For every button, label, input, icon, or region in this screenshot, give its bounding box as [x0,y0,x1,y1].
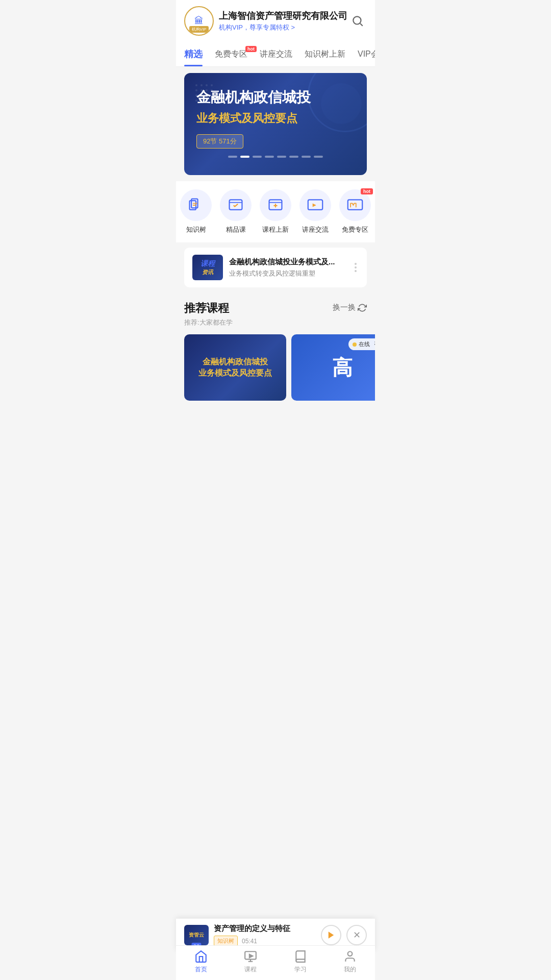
banner-wrapper: 金融机构政信城投 业务模式及风控要点 92节 571分 [176,67,375,181]
vip-badge: 机构VIP [189,26,209,33]
company-info: 上海智信资产管理研究有限公司 机构VIP，尊享专属特权 > [219,10,347,32]
banner-badge: 92节 571分 [196,134,243,149]
hot-badge-free: hot [245,46,257,52]
banner[interactable]: 金融机构政信城投 业务模式及风控要点 92节 571分 [184,73,367,175]
svg-line-1 [360,23,363,26]
course-cards: 金融机构政信城投业务模式及风控要点 高 在线咨询 [176,329,375,406]
vip-text[interactable]: 机构VIP，尊享专属特权 > [219,23,347,32]
lecture-label: 讲座交流 [302,225,329,234]
svg-rect-19 [230,200,242,210]
course-logo-line2: 资讯 [202,268,213,276]
course-logo: 课程 资讯 [192,255,223,280]
tab-vip[interactable]: VIP会 [358,43,375,66]
free-icon-circle: hot [339,189,371,221]
course-thumb-1: 金融机构政信城投业务模式及风控要点 [184,334,286,401]
course-info-text: 金融机构政信城投业务模式及... 业务模式转变及风控逻辑重塑 [229,257,346,278]
course-logo-line1: 课程 [201,259,215,268]
company-name: 上海智信资产管理研究有限公司 [219,10,347,22]
premium-label: 精品课 [226,225,246,234]
dot-1[interactable] [228,156,237,158]
section-header: 推荐课程 推荐:大家都在学 换一换 [176,292,375,329]
refresh-button[interactable]: 换一换 [333,303,367,312]
more-button[interactable] [353,261,359,274]
course-info-subtitle: 业务模式转变及风控逻辑重塑 [229,269,346,278]
premium-icon-circle [220,189,252,221]
banner-title: 金融机构政信城投 [196,88,355,107]
svg-point-3 [201,84,203,86]
quick-icon-premium[interactable]: 精品课 [220,189,252,234]
knowledge-icon-circle [180,189,212,221]
quick-icon-new[interactable]: 课程上新 [260,189,291,234]
svg-point-4 [206,84,208,86]
banner-subtitle: 业务模式及风控要点 [196,111,355,126]
knowledge-label: 知识树 [186,225,206,234]
course-thumb-2: 高 在线咨询 [291,334,375,401]
svg-rect-22 [348,200,362,210]
tab-knowledge[interactable]: 知识树上新 [305,43,345,66]
quick-icon-free[interactable]: hot 免费专区 [339,189,371,234]
dot-2[interactable] [240,156,249,158]
quick-icons: 知识树 精品课 课程上新 讲座交流 [176,181,375,242]
course-info-title: 金融机构政信城投业务模式及... [229,257,346,267]
header: 🏛 机构VIP 上海智信资产管理研究有限公司 机构VIP，尊享专属特权 > [176,0,375,42]
section-title: 推荐课程 [184,301,233,316]
dot-4[interactable] [265,156,274,158]
nav-tabs: 精选 免费专区 hot 讲座交流 知识树上新 VIP会 [176,42,375,67]
search-button[interactable] [348,12,367,30]
section-title-block: 推荐课程 推荐:大家都在学 [184,301,233,327]
svg-point-0 [353,16,361,24]
course-card-1[interactable]: 金融机构政信城投业务模式及风控要点 [184,334,286,401]
course-card-2[interactable]: 高 在线咨询 [291,334,375,401]
new-icon-circle [260,189,291,221]
free-label: 免费专区 [342,225,368,234]
bottom-spacer [176,406,375,467]
online-badge: 在线咨询 [348,338,375,350]
tab-lecture[interactable]: 讲座交流 [260,43,292,66]
tab-free[interactable]: 免费专区 hot [215,43,247,66]
course-thumb-text-2: 高 [332,353,353,382]
header-left: 🏛 机构VIP 上海智信资产管理研究有限公司 机构VIP，尊享专属特权 > [184,6,347,36]
lecture-icon-circle [299,189,331,221]
course-thumb-text-1: 金融机构政信城投业务模式及风控要点 [198,356,272,379]
svg-point-2 [195,84,197,86]
section-subtitle: 推荐:大家都在学 [184,318,233,327]
quick-icon-lecture[interactable]: 讲座交流 [299,189,331,234]
svg-point-5 [211,84,213,86]
dot-3[interactable] [253,156,262,158]
quick-icon-knowledge[interactable]: 知识树 [180,189,212,234]
free-hot-badge: hot [361,188,373,194]
new-label: 课程上新 [262,225,289,234]
course-info-banner[interactable]: 课程 资讯 金融机构政信城投业务模式及... 业务模式转变及风控逻辑重塑 [184,248,367,287]
company-logo[interactable]: 🏛 机构VIP [184,6,214,36]
tab-jingxuan[interactable]: 精选 [184,42,203,66]
